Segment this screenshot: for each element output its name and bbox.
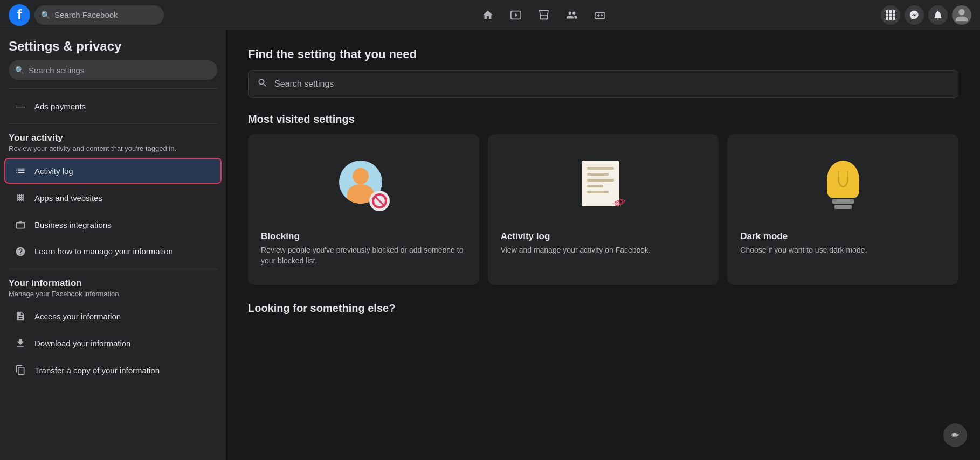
doc-line-1 (587, 167, 614, 170)
activity-log-card-desc: View and manage your activity on Faceboo… (501, 245, 706, 256)
block-circle (372, 193, 387, 208)
sidebar-item-apps-websites[interactable]: Apps and websites (4, 185, 222, 211)
topnav-left: f 🔍 Search Facebook (9, 4, 235, 26)
doc-line-5 (587, 191, 609, 193)
watch-nav-button[interactable] (503, 2, 529, 28)
svg-rect-8 (886, 13, 888, 16)
svg-rect-10 (893, 13, 895, 16)
content-main-title: Find the setting that you need (248, 47, 958, 61)
pencil-icon: ✏ (612, 192, 630, 213)
dark-mode-card[interactable]: Dark mode Choose if you want to use dark… (727, 134, 958, 285)
blocking-icon (339, 161, 388, 209)
most-visited-title: Most visited settings (248, 113, 958, 126)
gaming-nav-button[interactable] (587, 2, 613, 28)
user-avatar-button[interactable] (952, 5, 971, 25)
sidebar-item-download-info[interactable]: Download your information (4, 330, 222, 356)
bulb-base-1 (832, 199, 854, 204)
blocking-card-desc: Review people you've previously blocked … (261, 245, 466, 266)
activity-log-icon-visual: ✏ (582, 161, 625, 209)
sidebar-item-label: Access your information (34, 312, 121, 321)
sidebar-divider-3 (9, 269, 217, 269)
sidebar-item-label: Learn how to manage your information (34, 246, 173, 257)
settings-cards-grid: Blocking Review people you've previously… (248, 134, 958, 285)
marketplace-nav-button[interactable] (531, 2, 557, 28)
svg-rect-7 (893, 10, 895, 13)
sidebar-item-access-info[interactable]: Access your information (4, 303, 222, 329)
bulb-filament (838, 171, 848, 187)
topnav-center (235, 2, 853, 28)
content-search-placeholder: Search settings (274, 79, 334, 89)
apps-websites-icon (13, 190, 28, 205)
notifications-button[interactable] (928, 5, 948, 25)
svg-rect-6 (889, 10, 892, 13)
home-nav-button[interactable] (475, 2, 501, 28)
global-search-placeholder: Search Facebook (54, 10, 118, 19)
edit-icon: ✏ (951, 429, 960, 441)
sidebar-title: Settings & privacy (0, 39, 226, 60)
sidebar-item-label: Download your information (34, 339, 130, 348)
sidebar-item-label: Transfer a copy of your information (34, 366, 160, 375)
activity-log-card-label: Activity log (501, 231, 706, 242)
sidebar-item-ads-payments[interactable]: — Ads payments (4, 93, 222, 119)
doc-line-3 (587, 179, 614, 182)
doc-line-4 (587, 185, 603, 187)
block-line (375, 196, 385, 206)
content-area: Find the setting that you need Search se… (226, 30, 980, 460)
topnav: f 🔍 Search Facebook (0, 0, 980, 30)
sidebar-item-label: Activity log (34, 166, 73, 176)
transfer-copy-icon (13, 363, 28, 378)
topnav-right (853, 5, 971, 25)
sidebar-divider-2 (9, 123, 217, 124)
sidebar-search-placeholder: Search settings (29, 66, 84, 75)
svg-rect-12 (889, 17, 892, 20)
blocking-card[interactable]: Blocking Review people you've previously… (248, 134, 479, 285)
grid-menu-button[interactable] (881, 5, 900, 25)
learn-manage-icon (13, 244, 28, 259)
sidebar-item-label: Apps and websites (34, 193, 102, 203)
people-nav-button[interactable] (559, 2, 585, 28)
sidebar-search-bar[interactable]: 🔍 Search settings (9, 60, 217, 80)
sidebar-search-icon: 🔍 (15, 66, 24, 74)
your-activity-heading: Your activity (0, 128, 226, 144)
dark-mode-card-icon-area (740, 147, 946, 222)
sidebar-item-transfer-copy[interactable]: Transfer a copy of your information (4, 357, 222, 383)
bulb-base-2 (834, 205, 852, 209)
fb-letter: f (17, 8, 22, 22)
your-activity-subtext: Review your activity and content that yo… (0, 144, 226, 157)
block-overlay (369, 191, 390, 211)
svg-marker-1 (515, 13, 518, 17)
download-info-icon (13, 336, 28, 351)
bulb-icon (827, 161, 859, 209)
messenger-button[interactable] (905, 5, 924, 25)
bulb-glass (827, 161, 859, 198)
sidebar-item-business-integrations[interactable]: Business integrations (4, 212, 222, 238)
activity-log-card-icon-area: ✏ (501, 147, 706, 222)
floating-edit-button[interactable]: ✏ (943, 423, 967, 447)
looking-for-title: Looking for something else? (248, 302, 958, 315)
sidebar: Settings & privacy 🔍 Search settings — A… (0, 30, 226, 460)
blocking-card-label: Blocking (261, 231, 466, 242)
sidebar-item-learn-manage[interactable]: Learn how to manage your information (4, 239, 222, 264)
global-search-bar[interactable]: 🔍 Search Facebook (34, 5, 164, 25)
access-info-icon (13, 309, 28, 324)
dark-mode-card-label: Dark mode (740, 231, 946, 242)
search-icon: 🔍 (41, 11, 50, 19)
sidebar-divider-1 (9, 88, 217, 89)
content-search-bar[interactable]: Search settings (248, 70, 958, 98)
sidebar-item-label: Ads payments (34, 102, 86, 111)
content-search-icon (257, 78, 268, 91)
activity-log-icon (13, 163, 28, 178)
activity-log-card[interactable]: ✏ Activity log View and manage your acti… (488, 134, 719, 285)
sidebar-item-activity-log[interactable]: Activity log (4, 158, 222, 184)
svg-rect-9 (889, 13, 892, 16)
your-information-subtext: Manage your Facebook information. (0, 290, 226, 302)
business-integrations-icon (13, 217, 28, 232)
main-layout: Settings & privacy 🔍 Search settings — A… (0, 30, 980, 460)
person-head (353, 168, 369, 184)
svg-rect-11 (886, 17, 888, 20)
facebook-logo[interactable]: f (9, 4, 30, 26)
your-information-heading: Your information (0, 274, 226, 290)
blocking-card-icon-area (261, 147, 466, 222)
ads-payments-icon: — (13, 99, 28, 114)
sidebar-item-label: Business integrations (34, 220, 112, 229)
